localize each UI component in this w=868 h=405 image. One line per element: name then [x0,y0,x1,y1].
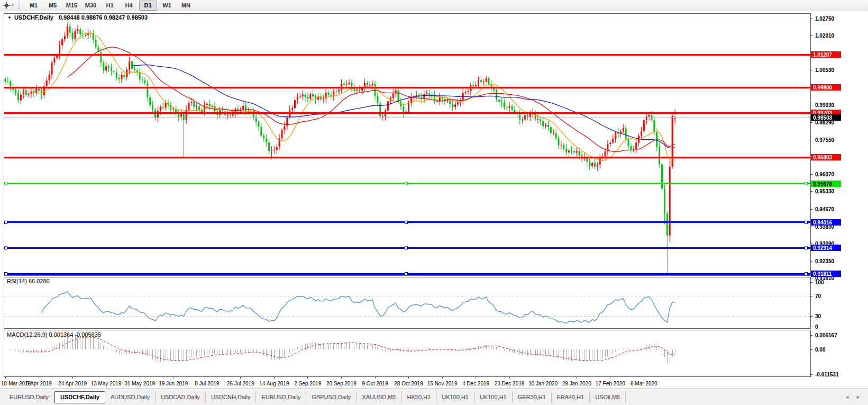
chart-tabs: EURUSD,DailyUSDCHF,DailyAUDUSD,DailyUSDC… [4,391,626,403]
line-handle [805,247,808,249]
svg-text:24 Apr 2019: 24 Apr 2019 [58,381,87,386]
timeframe-button-mn[interactable]: MN [177,1,195,11]
timeframe-toolbar: ▾ M1M5M15M30H1H4D1W1MN [0,0,868,11]
svg-text:2 Sep 2019: 2 Sep 2019 [294,381,322,386]
crosshair-tool-button[interactable] [3,2,11,10]
chart-tab-usoil-m5[interactable]: USOil,M5 [590,392,626,403]
chart-tab-eurusd-daily[interactable]: EURUSD,Daily [256,392,306,403]
svg-text:14 Aug 2019: 14 Aug 2019 [259,381,289,386]
chart-tab-ger30-h1[interactable]: GER30,H1 [513,392,552,403]
svg-text:0.94570: 0.94570 [815,206,835,212]
timeframe-button-m5[interactable]: M5 [44,1,62,11]
svg-text:5 Apr 2019: 5 Apr 2019 [26,381,52,386]
svg-text:0.96070: 0.96070 [815,172,835,177]
svg-text:0.00: 0.00 [815,347,826,353]
svg-text:0: 0 [815,324,818,330]
tab-scroll-right-button[interactable]: ► [856,394,861,400]
svg-text:0.99030: 0.99030 [815,102,835,108]
svg-text:1.01207: 1.01207 [813,52,833,58]
svg-text:23 Dec 2019: 23 Dec 2019 [495,381,525,386]
svg-text:8 Jul 2019: 8 Jul 2019 [195,381,220,386]
svg-text:0.94016: 0.94016 [813,220,833,226]
line-handle [405,247,408,249]
svg-text:0.92350: 0.92350 [815,258,835,264]
svg-text:10 Jan 2020: 10 Jan 2020 [528,381,558,386]
rsi-pane [4,277,810,328]
svg-text:100: 100 [815,280,824,285]
crosshair-icon [3,2,11,10]
svg-text:0.97550: 0.97550 [815,137,835,143]
line-handle [5,247,7,249]
chart-tools-dropdown-icon[interactable]: ▾ [12,3,14,7]
timeframe-button-h1[interactable]: H1 [101,1,119,11]
chart-tab-fra40-h1[interactable]: FRA40,H1 [552,392,590,403]
chart-tab-usdcad-daily[interactable]: USDCAD,Daily [156,392,206,403]
svg-text:70: 70 [815,293,821,299]
svg-text:6 Mar 2020: 6 Mar 2020 [631,381,657,386]
line-handle [5,221,7,223]
svg-text:0.91811: 0.91811 [813,271,832,277]
svg-text:17 Feb 2020: 17 Feb 2020 [596,381,626,386]
svg-text:26 Jul 2019: 26 Jul 2019 [227,381,254,386]
svg-text:0.95330: 0.95330 [815,188,835,194]
timeframe-button-h4[interactable]: H4 [120,1,138,11]
svg-text:0.006167: 0.006167 [815,332,837,338]
line-handle [805,182,808,185]
toolbar-grip [19,2,21,9]
svg-text:29 Jan 2020: 29 Jan 2020 [562,381,591,386]
svg-text:-0.011531: -0.011531 [815,372,839,377]
svg-text:1.00530: 1.00530 [815,67,835,73]
timeframe-button-m15[interactable]: M15 [63,1,81,11]
svg-text:19 Jun 2019: 19 Jun 2019 [159,381,188,386]
chart-tab-uk100-h1[interactable]: UK100,H1 [436,392,474,403]
svg-text:31 May 2019: 31 May 2019 [124,381,155,386]
chart-tab-bar: EURUSD,DailyUSDCHF,DailyAUDUSD,DailyUSDC… [0,389,868,405]
chart-tab-gbpusd-daily[interactable]: GBPUSD,Daily [306,392,357,403]
line-handle [805,221,808,223]
svg-text:0.95678: 0.95678 [813,181,833,187]
tab-scroll-buttons: ◄ ► [845,394,861,400]
svg-text:9 Oct 2019: 9 Oct 2019 [362,381,388,386]
timeframe-button-m1[interactable]: M1 [25,1,43,11]
timeframe-buttons: M1M5M15M30H1H4D1W1MN [24,1,196,11]
line-handle [405,182,408,185]
line-handle [405,273,408,275]
main-pane [4,13,810,275]
line-handle [5,273,7,275]
chart-tab-usdcnh-daily[interactable]: USDCNH,Daily [206,392,257,403]
chart-tab-eurusd-daily[interactable]: EURUSD,Daily [4,392,54,403]
timeframe-button-m30[interactable]: M30 [82,1,100,11]
line-handle [805,273,808,275]
line-handle [405,221,408,223]
svg-text:0.98503: 0.98503 [813,115,833,121]
macd-pane [4,330,810,376]
chart-tab-xauusd-m5[interactable]: XAUUSD,M5 [357,392,401,403]
svg-text:0.99800: 0.99800 [813,85,833,91]
chart-canvas[interactable]: 1.027501.020101.005300.990300.982900.975… [0,0,868,405]
chart-tab-hk50-h1[interactable]: HK50,H1 [402,392,437,403]
chart-tab-audusd-daily[interactable]: AUDUSD,Daily [105,392,156,403]
svg-text:20 Sep 2019: 20 Sep 2019 [326,381,357,386]
timeframe-button-w1[interactable]: W1 [158,1,176,11]
svg-text:1.02010: 1.02010 [815,33,835,39]
svg-text:15 Nov 2019: 15 Nov 2019 [427,381,458,386]
svg-text:28 Oct 2019: 28 Oct 2019 [394,381,423,386]
tab-scroll-left-button[interactable]: ◄ [845,394,849,400]
svg-text:30: 30 [815,313,821,319]
chart-tab-uk100-h1[interactable]: UK100,H1 [474,392,513,403]
chart-tab-usdchf-daily[interactable]: USDCHF,Daily [54,391,105,403]
svg-text:1.02750: 1.02750 [815,16,835,22]
svg-text:4 Dec 2019: 4 Dec 2019 [462,381,490,386]
svg-text:0.92914: 0.92914 [813,245,833,251]
svg-text:13 May 2019: 13 May 2019 [91,381,122,386]
timeframe-button-d1[interactable]: D1 [139,1,157,11]
line-handle [5,182,7,185]
svg-text:0.96803: 0.96803 [813,155,833,160]
